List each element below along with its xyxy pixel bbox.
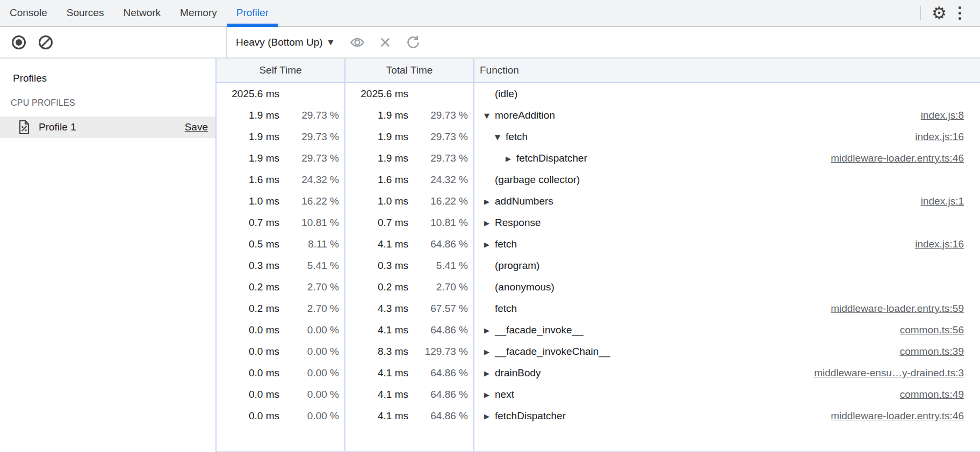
tab-profiler[interactable]: Profiler bbox=[227, 0, 278, 26]
function-name: __facade_invokeChain__ bbox=[495, 346, 610, 358]
column-header-total-time[interactable]: Total Time bbox=[345, 59, 474, 82]
column-header-self-time[interactable]: Self Time bbox=[217, 59, 345, 82]
self-time-cell: 0.3 ms5.41 % bbox=[217, 255, 345, 276]
profile-document-icon bbox=[18, 120, 30, 135]
source-link[interactable]: index.js:16 bbox=[915, 238, 964, 250]
function-name: next bbox=[495, 389, 514, 400]
source-link[interactable]: common.ts:56 bbox=[900, 324, 964, 336]
save-link[interactable]: Save bbox=[185, 121, 208, 133]
expand-arrow-icon[interactable]: ▶ bbox=[484, 348, 495, 356]
function-name: fetch bbox=[495, 303, 517, 315]
total-time-cell: 1.9 ms29.73 % bbox=[345, 148, 474, 169]
self-time-cell: 1.9 ms29.73 % bbox=[217, 126, 345, 148]
total-time-cell-ms: 2025.6 ms bbox=[345, 88, 408, 100]
table-row[interactable]: 0.2 ms2.70 %4.3 ms67.57 %fetchmiddleware… bbox=[217, 298, 980, 319]
total-time-cell: 2025.6 ms bbox=[345, 83, 474, 105]
table-row[interactable]: 0.3 ms5.41 %0.3 ms5.41 %(program) bbox=[217, 255, 980, 276]
table-row[interactable]: 0.2 ms2.70 %0.2 ms2.70 %(anonymous) bbox=[217, 276, 980, 298]
tab-sources[interactable]: Sources bbox=[57, 0, 114, 26]
collapse-arrow-icon[interactable]: ▼ bbox=[495, 133, 506, 141]
toolbar-divider bbox=[920, 6, 921, 20]
source-link[interactable]: common.ts:39 bbox=[900, 346, 964, 358]
self-time-cell-pct: 0.00 % bbox=[279, 367, 344, 379]
table-row[interactable]: 0.0 ms0.00 %4.1 ms64.86 %▶__facade_invok… bbox=[217, 319, 980, 341]
tab-console[interactable]: Console bbox=[0, 0, 57, 26]
function-name: drainBody bbox=[495, 367, 541, 379]
devtools-window: ConsoleSourcesNetworkMemoryProfiler ⚙ He… bbox=[0, 0, 980, 452]
table-row[interactable]: 0.7 ms10.81 %0.7 ms10.81 %▶Response bbox=[217, 212, 980, 234]
source-link[interactable]: index.js:8 bbox=[921, 110, 964, 121]
self-time-cell-pct: 29.73 % bbox=[279, 131, 344, 143]
self-time-cell: 0.5 ms8.11 % bbox=[217, 234, 345, 255]
table-row[interactable]: 1.6 ms24.32 %1.6 ms24.32 %(garbage colle… bbox=[217, 169, 980, 191]
view-mode-dropdown[interactable]: Heavy (Bottom Up) ▼ bbox=[236, 37, 334, 48]
collapse-arrow-icon[interactable]: ▼ bbox=[484, 112, 495, 120]
more-options-menu-icon[interactable] bbox=[950, 2, 969, 24]
tab-network[interactable]: Network bbox=[113, 0, 170, 26]
table-row[interactable]: 1.9 ms29.73 %1.9 ms29.73 %▼moreAdditioni… bbox=[217, 105, 980, 126]
table-row[interactable]: 1.9 ms29.73 %1.9 ms29.73 %▼fetchindex.js… bbox=[217, 126, 980, 148]
profiler-toolbar-left bbox=[0, 27, 227, 57]
source-link[interactable]: index.js:16 bbox=[915, 131, 964, 143]
clear-button[interactable] bbox=[38, 34, 54, 50]
settings-gear-icon[interactable]: ⚙ bbox=[928, 2, 950, 24]
source-link[interactable]: middleware-loader.entry.ts:59 bbox=[831, 303, 964, 315]
table-row[interactable]: 0.5 ms8.11 %4.1 ms64.86 %▶fetchindex.js:… bbox=[217, 234, 980, 255]
table-row[interactable]: 0.0 ms0.00 %4.1 ms64.86 %▶nextcommon.ts:… bbox=[217, 384, 980, 405]
delete-profile-x-icon[interactable] bbox=[376, 33, 395, 52]
total-time-cell-ms: 1.6 ms bbox=[345, 174, 408, 186]
table-row[interactable]: 1.9 ms29.73 %1.9 ms29.73 %▶fetchDispatch… bbox=[217, 148, 980, 169]
focus-eye-icon[interactable] bbox=[348, 33, 367, 52]
expand-arrow-icon[interactable]: ▶ bbox=[506, 155, 516, 163]
expand-arrow-icon[interactable]: ▶ bbox=[484, 198, 495, 206]
self-time-cell-ms: 0.7 ms bbox=[217, 217, 279, 229]
total-time-cell-ms: 4.1 ms bbox=[345, 410, 408, 422]
source-link[interactable]: common.ts:49 bbox=[900, 389, 964, 400]
total-time-cell: 0.3 ms5.41 % bbox=[345, 255, 474, 276]
source-link[interactable]: middleware-loader.entry.ts:46 bbox=[831, 410, 964, 422]
expand-arrow-icon[interactable]: ▶ bbox=[484, 412, 495, 420]
source-link[interactable]: middleware-loader.entry.ts:46 bbox=[831, 152, 964, 164]
table-row[interactable]: 1.0 ms16.22 %1.0 ms16.22 %▶addNumbersind… bbox=[217, 191, 980, 212]
gear-glyph: ⚙ bbox=[932, 5, 947, 21]
self-time-cell-ms: 0.0 ms bbox=[217, 367, 279, 379]
tab-memory[interactable]: Memory bbox=[170, 0, 227, 26]
function-cell: ▶addNumbersindex.js:1 bbox=[474, 191, 980, 212]
table-row[interactable]: 2025.6 ms2025.6 ms(idle) bbox=[217, 83, 980, 105]
record-button[interactable] bbox=[11, 34, 27, 50]
total-time-cell-pct: 64.86 % bbox=[408, 367, 473, 379]
table-row[interactable]: 0.0 ms0.00 %8.3 ms129.73 %▶__facade_invo… bbox=[217, 341, 980, 362]
total-time-cell: 4.1 ms64.86 % bbox=[345, 319, 474, 341]
column-header-function[interactable]: Function bbox=[474, 59, 980, 82]
expand-arrow-icon[interactable]: ▶ bbox=[484, 391, 495, 399]
self-time-cell-pct: 0.00 % bbox=[279, 410, 344, 422]
self-time-cell: 2025.6 ms bbox=[217, 83, 345, 105]
total-time-cell-ms: 0.3 ms bbox=[345, 260, 408, 272]
sidebar-item-profile-1[interactable]: Profile 1 Save bbox=[0, 116, 215, 138]
total-time-cell-pct: 10.81 % bbox=[408, 217, 473, 229]
self-time-cell-ms: 0.5 ms bbox=[217, 238, 279, 250]
expand-arrow-icon[interactable]: ▶ bbox=[484, 326, 495, 334]
self-time-cell: 0.0 ms0.00 % bbox=[217, 384, 345, 405]
function-cell: ▶__facade_invokeChain__common.ts:39 bbox=[474, 341, 980, 362]
self-time-cell: 1.9 ms29.73 % bbox=[217, 105, 345, 126]
expand-arrow-icon[interactable]: ▶ bbox=[484, 240, 495, 249]
reload-icon[interactable] bbox=[403, 33, 423, 52]
chevron-down-icon: ▼ bbox=[328, 38, 334, 46]
function-name: (program) bbox=[495, 260, 539, 272]
self-time-cell-pct: 29.73 % bbox=[279, 152, 344, 164]
total-time-cell-ms: 4.1 ms bbox=[345, 367, 408, 379]
table-row[interactable]: 0.0 ms0.00 %4.1 ms64.86 %▶drainBodymiddl… bbox=[217, 362, 980, 384]
grid-body: 2025.6 ms2025.6 ms(idle)1.9 ms29.73 %1.9… bbox=[217, 83, 980, 451]
total-time-cell: 1.9 ms29.73 % bbox=[345, 105, 474, 126]
expand-arrow-icon[interactable]: ▶ bbox=[484, 369, 495, 377]
total-time-cell-ms: 4.1 ms bbox=[345, 238, 408, 250]
total-time-cell: 4.1 ms64.86 % bbox=[345, 405, 474, 427]
self-time-cell-pct: 24.32 % bbox=[279, 174, 344, 186]
self-time-cell: 0.0 ms0.00 % bbox=[217, 341, 345, 362]
source-link[interactable]: index.js:1 bbox=[921, 195, 964, 207]
expand-arrow-icon[interactable]: ▶ bbox=[484, 219, 495, 227]
function-name: fetchDispatcher bbox=[495, 410, 566, 422]
table-row[interactable]: 0.0 ms0.00 %4.1 ms64.86 %▶fetchDispatche… bbox=[217, 405, 980, 427]
source-link[interactable]: middleware-ensu…y-drained.ts:3 bbox=[814, 367, 964, 379]
